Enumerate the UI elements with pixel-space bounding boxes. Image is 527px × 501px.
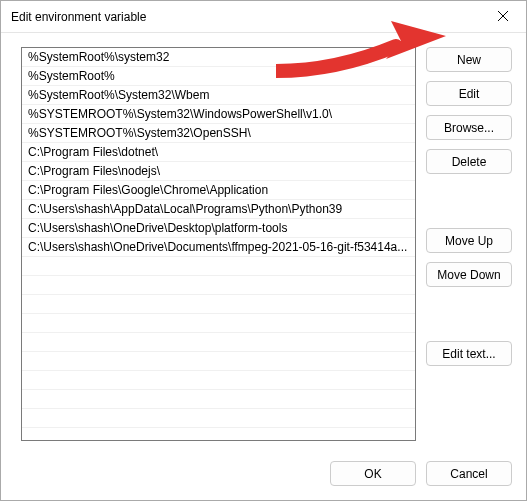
list-item[interactable]: C:\Users\shash\OneDrive\Desktop\platform…	[22, 219, 415, 238]
list-item[interactable]: C:\Program Files\nodejs\	[22, 162, 415, 181]
list-item[interactable]: C:\Program Files\dotnet\	[22, 143, 415, 162]
window-title: Edit environment variable	[11, 10, 146, 24]
new-button[interactable]: New	[426, 47, 512, 72]
content-area: %SystemRoot%\system32 %SystemRoot% %Syst…	[1, 33, 526, 449]
list-item-empty[interactable]	[22, 257, 415, 276]
list-item[interactable]: C:\Users\shash\OneDrive\Documents\ffmpeg…	[22, 238, 415, 257]
list-item[interactable]: C:\Program Files\Google\Chrome\Applicati…	[22, 181, 415, 200]
list-item[interactable]: %SYSTEMROOT%\System32\WindowsPowerShell\…	[22, 105, 415, 124]
list-item-empty[interactable]	[22, 333, 415, 352]
list-item[interactable]: C:\Users\shash\AppData\Local\Programs\Py…	[22, 200, 415, 219]
move-down-button[interactable]: Move Down	[426, 262, 512, 287]
list-item-empty[interactable]	[22, 352, 415, 371]
list-item-empty[interactable]	[22, 409, 415, 428]
list-item-empty[interactable]	[22, 390, 415, 409]
dialog-window: Edit environment variable %SystemRoot%\s…	[0, 0, 527, 501]
list-item-empty[interactable]	[22, 295, 415, 314]
close-icon	[498, 10, 508, 24]
list-item-empty[interactable]	[22, 276, 415, 295]
close-button[interactable]	[480, 1, 526, 32]
edit-text-button[interactable]: Edit text...	[426, 341, 512, 366]
cancel-button[interactable]: Cancel	[426, 461, 512, 486]
spacer	[426, 296, 512, 332]
move-up-button[interactable]: Move Up	[426, 228, 512, 253]
dialog-footer: OK Cancel	[1, 449, 526, 500]
list-item[interactable]: %SystemRoot%\System32\Wbem	[22, 86, 415, 105]
titlebar: Edit environment variable	[1, 1, 526, 33]
browse-button[interactable]: Browse...	[426, 115, 512, 140]
list-item[interactable]: %SystemRoot%\system32	[22, 48, 415, 67]
path-listbox[interactable]: %SystemRoot%\system32 %SystemRoot% %Syst…	[21, 47, 416, 441]
ok-button[interactable]: OK	[330, 461, 416, 486]
side-button-column: New Edit Browse... Delete Move Up Move D…	[426, 47, 512, 449]
list-item[interactable]: %SYSTEMROOT%\System32\OpenSSH\	[22, 124, 415, 143]
list-item-empty[interactable]	[22, 371, 415, 390]
list-item[interactable]: %SystemRoot%	[22, 67, 415, 86]
delete-button[interactable]: Delete	[426, 149, 512, 174]
edit-button[interactable]: Edit	[426, 81, 512, 106]
spacer	[426, 183, 512, 219]
list-item-empty[interactable]	[22, 314, 415, 333]
